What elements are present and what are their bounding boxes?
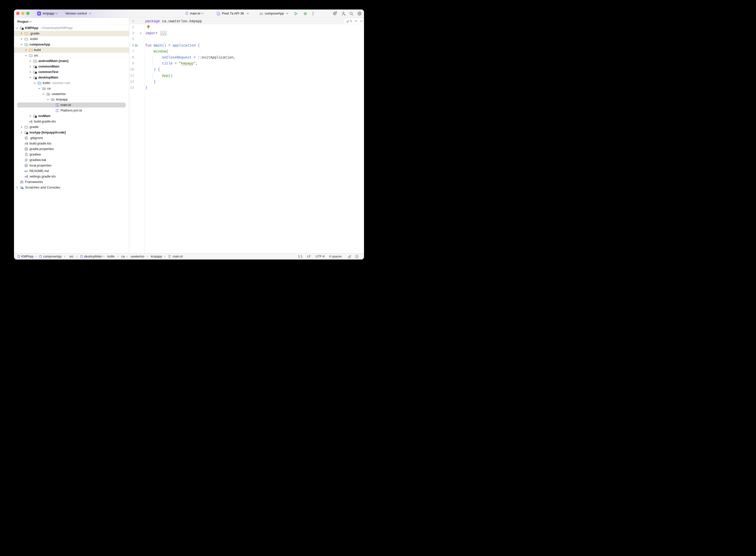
svg-text:M: M: [25, 170, 27, 173]
